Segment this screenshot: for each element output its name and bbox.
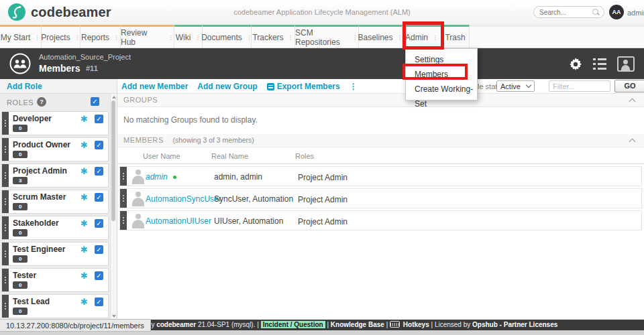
export-members-link[interactable]: Export Members bbox=[267, 82, 340, 91]
incident-question-link[interactable]: Incident / Question bbox=[261, 321, 325, 328]
portrait-view-icon[interactable] bbox=[617, 56, 635, 72]
role-card[interactable]: Scrum Master 0 ✱ ✓ bbox=[1, 190, 109, 214]
role-checkbox[interactable]: ✓ bbox=[95, 193, 103, 202]
admin-menu-item[interactable]: Settings bbox=[406, 52, 477, 67]
footer-separator: | bbox=[257, 321, 259, 328]
nav-tab-label: Baselines bbox=[358, 33, 392, 42]
nav-tab[interactable]: Review Hub ⋮ bbox=[121, 25, 174, 48]
role-card[interactable]: Test Lead 0 ✱ ✓ bbox=[1, 294, 109, 318]
knowledge-base-link[interactable]: Knowledge Base bbox=[331, 321, 384, 328]
role-checkbox[interactable]: ✓ bbox=[95, 271, 103, 280]
gear-icon[interactable] bbox=[569, 58, 582, 71]
tab-menu-kebab-icon[interactable]: ⋮ bbox=[113, 34, 119, 41]
drag-handle[interactable] bbox=[2, 138, 9, 161]
nav-tab[interactable]: Reports ⋮ bbox=[80, 25, 121, 48]
project-bar: Automation_Source_Project Members #11 bbox=[0, 48, 644, 79]
user-name[interactable]: admin bbox=[627, 9, 644, 17]
tab-menu-kebab-icon[interactable]: ⋮ bbox=[195, 34, 201, 41]
role-card[interactable]: Tester 0 ✱ ✓ bbox=[1, 268, 109, 292]
tab-menu-kebab-icon[interactable]: ⋮ bbox=[432, 34, 438, 41]
nav-tab[interactable]: Trackers ⋮ bbox=[252, 25, 295, 48]
member-row: AutomationUIUser UIUser, Automation Proj… bbox=[119, 210, 642, 230]
groups-empty-message: No matching Groups found to display. bbox=[117, 107, 644, 134]
role-member-count-badge: 0 bbox=[13, 125, 28, 132]
add-group-link[interactable]: Add new Group bbox=[197, 82, 257, 91]
nav-tab-label: Admin bbox=[405, 33, 428, 42]
list-view-icon[interactable] bbox=[593, 58, 606, 70]
member-roles: Project Admin bbox=[298, 217, 347, 226]
toolbar-kebab-icon[interactable]: ⋮ bbox=[350, 82, 358, 91]
nav-tab[interactable]: SCM Repositories ⋮ bbox=[295, 25, 359, 48]
role-card[interactable]: Product Owner 0 ✱ ✓ bbox=[1, 137, 109, 161]
role-card[interactable]: Test Engineer 0 ✱ ✓ bbox=[1, 242, 109, 266]
add-role-link[interactable]: Add Role bbox=[7, 82, 42, 91]
global-search[interactable] bbox=[533, 6, 604, 18]
user-avatar[interactable]: AA bbox=[609, 5, 624, 19]
nav-tab[interactable]: Documents ⋮ bbox=[203, 25, 252, 48]
nav-tab[interactable]: My Start ⋮ bbox=[0, 25, 42, 48]
nav-tab[interactable]: Admin ⋮ bbox=[402, 25, 441, 48]
filter-input[interactable] bbox=[549, 80, 610, 92]
collapse-icon[interactable] bbox=[629, 139, 636, 145]
role-checkbox[interactable]: ✓ bbox=[95, 115, 103, 123]
member-username-link[interactable]: AutomationUIUser bbox=[146, 216, 211, 226]
user-avatar-icon bbox=[131, 169, 145, 184]
role-name: Product Owner bbox=[13, 140, 70, 149]
drag-handle[interactable] bbox=[2, 112, 9, 135]
role-checkbox[interactable]: ✓ bbox=[95, 167, 103, 176]
drag-handle[interactable] bbox=[2, 243, 9, 265]
user-avatar-icon bbox=[131, 213, 145, 228]
asterisk-icon[interactable]: ✱ bbox=[80, 271, 88, 281]
drag-handle[interactable] bbox=[2, 190, 9, 213]
go-button[interactable]: GO bbox=[614, 80, 644, 92]
tab-menu-kebab-icon[interactable]: ⋮ bbox=[74, 34, 80, 41]
hotkeys-link[interactable]: Hotkeys bbox=[403, 321, 429, 328]
drag-handle[interactable] bbox=[120, 167, 127, 186]
asterisk-icon[interactable]: ✱ bbox=[80, 140, 88, 150]
status-select[interactable]: Active bbox=[496, 80, 535, 92]
role-card[interactable]: Stakeholder 0 ✱ ✓ bbox=[1, 216, 109, 240]
asterisk-icon[interactable]: ✱ bbox=[80, 245, 88, 255]
drag-handle[interactable] bbox=[120, 189, 127, 208]
asterisk-icon[interactable]: ✱ bbox=[80, 297, 88, 307]
search-input[interactable] bbox=[538, 8, 592, 17]
tab-menu-kebab-icon[interactable]: ⋮ bbox=[34, 34, 40, 41]
question-circle-icon[interactable]: ? bbox=[37, 97, 46, 107]
role-checkbox[interactable]: ✓ bbox=[95, 297, 103, 306]
add-member-link[interactable]: Add new Member bbox=[121, 82, 188, 91]
nav-tab[interactable]: Baselines ⋮ bbox=[359, 25, 402, 48]
sidebar-toolbar: Add Role bbox=[0, 79, 117, 94]
role-checkbox[interactable]: ✓ bbox=[95, 219, 103, 228]
roles-select-all-checkbox[interactable]: ✓ bbox=[91, 97, 99, 106]
scrollbar-thumb[interactable] bbox=[111, 100, 115, 221]
role-card[interactable]: Project Admin 3 ✱ ✓ bbox=[1, 163, 109, 188]
role-card[interactable]: Developer 0 ✱ ✓ bbox=[1, 111, 109, 135]
sidebar-scrollbar[interactable] bbox=[110, 94, 117, 320]
nav-tab[interactable]: Wiki ⋮ bbox=[174, 25, 203, 48]
project-name[interactable]: Automation_Source_Project bbox=[39, 53, 131, 61]
magnifier-icon[interactable] bbox=[592, 9, 600, 16]
collapse-icon[interactable] bbox=[629, 98, 636, 105]
drag-handle[interactable] bbox=[2, 164, 9, 187]
drag-handle[interactable] bbox=[2, 216, 9, 239]
asterisk-icon[interactable]: ✱ bbox=[80, 114, 88, 124]
role-checkbox[interactable]: ✓ bbox=[95, 141, 103, 149]
scroll-up-icon[interactable] bbox=[112, 96, 116, 98]
drag-handle[interactable] bbox=[120, 211, 127, 230]
nav-tab[interactable]: Trash ⋮ bbox=[441, 25, 470, 48]
member-real-name: UIUser, Automation bbox=[214, 216, 283, 226]
drag-handle[interactable] bbox=[2, 295, 9, 318]
role-checkbox[interactable]: ✓ bbox=[95, 245, 103, 254]
member-username-link[interactable]: admin bbox=[146, 172, 168, 182]
nav-tab[interactable]: Projects ⋮ bbox=[42, 25, 80, 48]
asterisk-icon[interactable]: ✱ bbox=[80, 192, 88, 202]
asterisk-icon[interactable]: ✱ bbox=[80, 218, 88, 228]
tab-menu-kebab-icon[interactable]: ⋮ bbox=[168, 34, 174, 41]
asterisk-icon[interactable]: ✱ bbox=[80, 166, 88, 176]
tab-menu-kebab-icon[interactable]: ⋮ bbox=[288, 34, 294, 41]
admin-menu-item[interactable]: Members bbox=[406, 67, 477, 82]
drag-handle[interactable] bbox=[2, 269, 9, 291]
member-username-link[interactable]: AutomationSyncUser bbox=[146, 194, 221, 204]
scroll-down-icon[interactable] bbox=[112, 315, 116, 318]
admin-menu-item[interactable]: Create Working-Set bbox=[406, 82, 477, 96]
